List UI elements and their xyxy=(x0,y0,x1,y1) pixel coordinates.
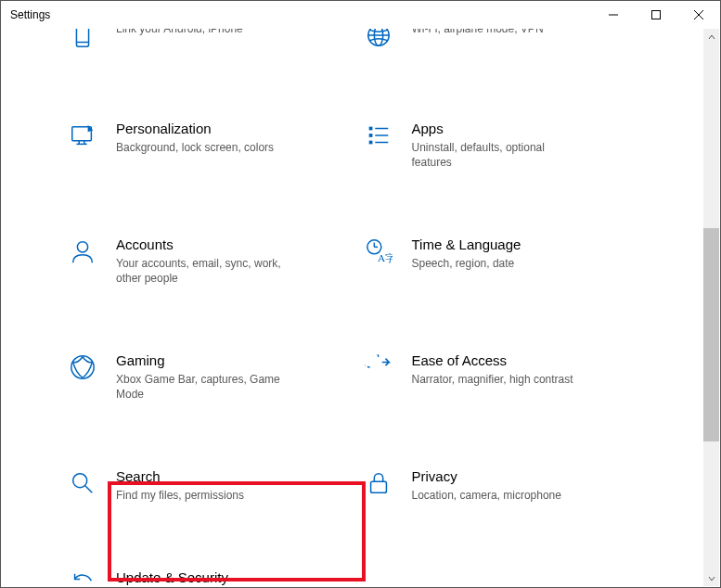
tile-title: Time & Language xyxy=(412,236,632,254)
tile-time-language[interactable]: A字 Time & Language Speech, region, date xyxy=(362,226,639,296)
tile-desc: Xbox Game Bar, captures, Game Mode xyxy=(116,372,283,403)
svg-point-25 xyxy=(73,474,87,488)
accounts-icon xyxy=(66,237,99,271)
window-controls xyxy=(592,1,720,29)
tile-desc: Find my files, permissions xyxy=(116,488,283,504)
content-area: Link your Android, iPhone Wi-Fi, airplan… xyxy=(1,29,703,587)
phone-icon xyxy=(66,29,99,55)
personalization-icon xyxy=(66,121,99,155)
tile-ease-of-access[interactable]: Ease of Access Narrator, magnifier, high… xyxy=(362,342,639,412)
tile-apps[interactable]: Apps Uninstall, defaults, optional featu… xyxy=(362,110,639,180)
tile-title: Update & Security xyxy=(116,569,336,587)
svg-text:A字: A字 xyxy=(378,252,393,263)
tile-desc: Your accounts, email, sync, work, other … xyxy=(116,256,283,288)
tile-privacy[interactable]: Privacy Location, camera, microphone xyxy=(362,458,639,512)
svg-point-19 xyxy=(77,242,87,252)
tile-title: Accounts xyxy=(116,236,336,254)
privacy-icon xyxy=(362,469,395,503)
svg-rect-15 xyxy=(368,141,372,145)
minimize-button[interactable] xyxy=(592,1,635,29)
apps-icon xyxy=(362,121,395,155)
ease-of-access-icon xyxy=(362,353,395,387)
scroll-down-arrow[interactable] xyxy=(703,570,719,586)
globe-icon xyxy=(362,29,395,55)
gaming-icon xyxy=(66,353,99,387)
maximize-button[interactable] xyxy=(635,1,677,29)
tile-title: Apps xyxy=(412,120,632,138)
svg-rect-4 xyxy=(76,29,88,46)
tile-desc: Wi-Fi, airplane mode, VPN xyxy=(412,29,579,37)
svg-line-26 xyxy=(85,486,93,493)
close-button[interactable] xyxy=(677,1,720,29)
vertical-scrollbar[interactable] xyxy=(703,29,719,586)
scroll-up-arrow[interactable] xyxy=(703,29,719,45)
search-icon xyxy=(66,469,99,503)
tile-desc: Background, lock screen, colors xyxy=(116,140,283,156)
tile-accounts[interactable]: Accounts Your accounts, email, sync, wor… xyxy=(66,226,343,296)
tile-title: Ease of Access xyxy=(412,352,632,370)
svg-rect-14 xyxy=(368,134,372,137)
svg-rect-13 xyxy=(368,127,372,131)
window-title: Settings xyxy=(10,8,50,21)
tile-title: Search xyxy=(116,467,336,486)
tile-desc: Link your Android, iPhone xyxy=(116,29,283,37)
tile-title: Personalization xyxy=(116,120,336,138)
tile-update-security[interactable]: Update & Security Windows Update, recove… xyxy=(66,559,343,587)
tile-personalization[interactable]: Personalization Background, lock screen,… xyxy=(66,110,343,180)
tile-title: Privacy xyxy=(412,467,632,486)
tile-desc: Narrator, magnifier, high contrast xyxy=(412,372,579,388)
scroll-thumb[interactable] xyxy=(703,228,719,441)
tile-search[interactable]: Search Find my files, permissions xyxy=(66,458,343,512)
update-security-icon xyxy=(66,570,99,587)
tile-desc: Speech, region, date xyxy=(412,256,579,272)
tile-gaming[interactable]: Gaming Xbox Game Bar, captures, Game Mod… xyxy=(66,342,343,412)
tile-network[interactable]: Wi-Fi, airplane mode, VPN xyxy=(362,29,639,64)
svg-rect-27 xyxy=(370,481,386,492)
tile-title: Gaming xyxy=(116,352,336,370)
svg-rect-1 xyxy=(652,11,661,19)
tile-desc: Uninstall, defaults, optional features xyxy=(412,140,579,172)
tile-phone[interactable]: Link your Android, iPhone xyxy=(66,29,343,64)
time-language-icon: A字 xyxy=(362,237,395,271)
tile-desc: Location, camera, microphone xyxy=(412,488,579,504)
settings-grid: Link your Android, iPhone Wi-Fi, airplan… xyxy=(1,29,703,587)
